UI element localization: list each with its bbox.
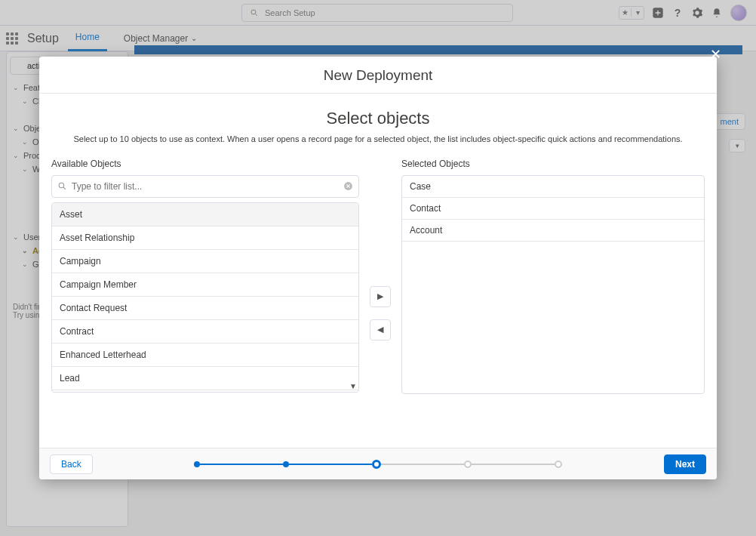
section-title: Select objects — [51, 109, 705, 128]
available-item[interactable]: Lead — [52, 367, 358, 390]
svg-line-6 — [63, 187, 66, 189]
available-label: Available Objects — [51, 159, 359, 169]
selected-label: Selected Objects — [401, 159, 705, 169]
available-item[interactable]: Asset — [52, 203, 358, 226]
filter-available-input[interactable] — [51, 175, 359, 198]
svg-point-5 — [59, 183, 64, 188]
available-item[interactable]: Campaign Member — [52, 273, 358, 297]
available-item[interactable]: Contract — [52, 320, 358, 343]
progress-step-5 — [555, 461, 562, 468]
available-item[interactable]: Opportunity — [52, 390, 358, 392]
selected-item[interactable]: Account — [402, 220, 704, 242]
search-icon — [57, 181, 67, 191]
back-button[interactable]: Back — [50, 454, 93, 474]
section-desc: Select up to 10 objects to use as contex… — [51, 134, 705, 143]
next-button[interactable]: Next — [664, 454, 706, 474]
chevron-right-icon: ▶ — [377, 291, 383, 301]
modal-title: New Deployment — [39, 67, 717, 84]
selected-item[interactable]: Case — [402, 176, 704, 198]
clear-icon[interactable] — [343, 181, 353, 191]
progress-step-3 — [372, 460, 381, 469]
move-right-button[interactable]: ▶ — [370, 286, 391, 307]
available-item[interactable]: Contact Request — [52, 297, 358, 320]
available-item[interactable]: Campaign — [52, 250, 358, 273]
new-deployment-modal: ✕ New Deployment Select objects Select u… — [39, 57, 717, 479]
progress-indicator — [194, 460, 562, 469]
progress-step-2 — [283, 461, 289, 467]
progress-step-4 — [464, 461, 472, 468]
move-left-button[interactable]: ◀ — [370, 319, 391, 340]
chevron-left-icon: ◀ — [377, 325, 383, 334]
close-icon[interactable]: ✕ — [710, 46, 721, 63]
progress-step-1 — [194, 461, 200, 467]
available-item[interactable]: Asset Relationship — [52, 226, 358, 250]
available-item[interactable]: Enhanced Letterhead — [52, 343, 358, 367]
selected-item[interactable]: Contact — [402, 198, 704, 220]
